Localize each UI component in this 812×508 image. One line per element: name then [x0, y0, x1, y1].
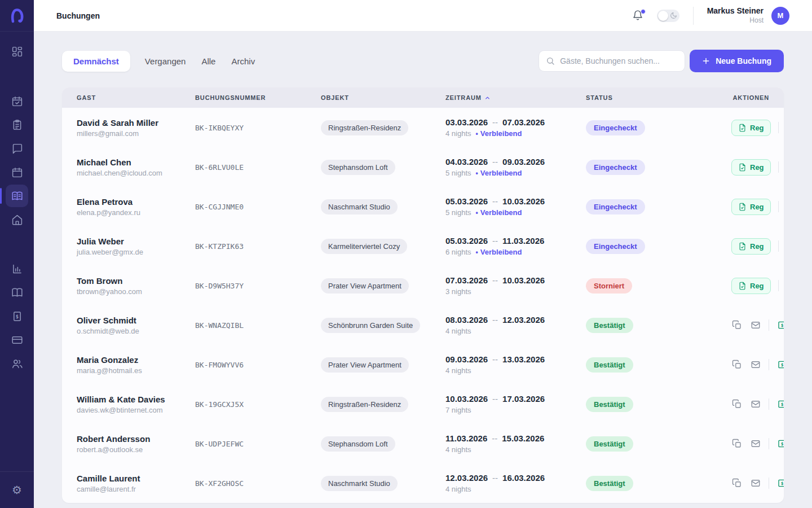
- app-logo[interactable]: [0, 0, 34, 32]
- dark-mode-toggle[interactable]: [657, 10, 679, 22]
- mail-button[interactable]: [750, 359, 761, 370]
- mail-button[interactable]: [750, 319, 761, 331]
- sidebar-item-properties[interactable]: [6, 208, 28, 231]
- sidebar-item-calendar[interactable]: [6, 161, 28, 183]
- date-separator: --: [492, 433, 497, 443]
- registration-button[interactable]: Reg: [731, 120, 771, 136]
- table-row[interactable]: Elena Petrova elena.p@yandex.ru BK-CGJJN…: [62, 187, 784, 226]
- filter-tabs: Demnächst Vergangen Alle Archiv: [62, 51, 256, 72]
- registration-button[interactable]: Reg: [731, 159, 771, 176]
- tab-vergangen[interactable]: Vergangen: [144, 51, 187, 72]
- status-cell: Bestätigt: [586, 397, 731, 412]
- invoice-button[interactable]: $: [776, 398, 784, 410]
- user-meta: Markus Steiner Host: [707, 6, 764, 25]
- sidebar-item-guests[interactable]: [6, 352, 28, 375]
- booking-number: BK-UDPJEFWC: [195, 440, 321, 448]
- remaining-label: Verbleibend: [480, 208, 522, 217]
- date-start: 08.03.2026: [445, 315, 488, 325]
- registration-button[interactable]: Reg: [731, 238, 771, 255]
- actions-cell: $: [731, 359, 784, 370]
- date-separator: --: [492, 394, 498, 404]
- tab-archiv[interactable]: Archiv: [230, 51, 256, 72]
- guest-name: Camille Laurent: [77, 474, 195, 483]
- table-row[interactable]: Maria Gonzalez maria.g@hotmail.es BK-FMO…: [62, 345, 784, 384]
- dates-cell: 05.03.2026--11.03.2026 6 nights •Verblei…: [445, 236, 586, 256]
- registration-button[interactable]: Reg: [731, 278, 771, 294]
- svg-text:$: $: [15, 313, 18, 319]
- tab-demnaechst[interactable]: Demnächst: [62, 51, 130, 72]
- remaining-indicator: •Verbleibend: [476, 208, 522, 217]
- table-row[interactable]: David & Sarah Miller millers@gmail.com B…: [62, 108, 784, 147]
- tab-alle[interactable]: Alle: [200, 51, 217, 72]
- invoice-button[interactable]: $: [776, 359, 784, 370]
- table-row[interactable]: Robert Andersson robert.a@outlook.se BK-…: [62, 424, 784, 463]
- date-end: 15.03.2026: [502, 433, 544, 443]
- copy-button[interactable]: [731, 319, 743, 331]
- status-cell: Eingecheckt: [586, 199, 731, 214]
- date-separator: --: [492, 236, 498, 246]
- settings-icon[interactable]: ⚙: [12, 484, 22, 496]
- table-row[interactable]: William & Kate Davies davies.wk@btintern…: [62, 384, 784, 424]
- sidebar-item-guidebook[interactable]: [6, 281, 28, 304]
- remaining-indicator: •Verbleibend: [476, 129, 522, 138]
- calendar-icon: [11, 167, 23, 178]
- date-start: 09.03.2026: [445, 354, 488, 364]
- actions-cell: $: [731, 398, 784, 410]
- date-start: 11.03.2026: [445, 433, 487, 443]
- invoice-button[interactable]: $: [776, 478, 784, 489]
- copy-button[interactable]: [731, 438, 743, 449]
- search-input[interactable]: [560, 56, 678, 65]
- table-row[interactable]: Oliver Schmidt o.schmidt@web.de BK-WNAZQ…: [62, 305, 784, 345]
- guest-cell: Camille Laurent camille@laurent.fr: [77, 474, 195, 493]
- table-row[interactable]: Camille Laurent camille@laurent.fr BK-XF…: [62, 463, 784, 503]
- sidebar-item-bookings[interactable]: [6, 185, 28, 207]
- copy-icon: [732, 360, 742, 370]
- sidebar-item-calendar-check[interactable]: [6, 90, 28, 112]
- sidebar-item-dashboard[interactable]: [6, 40, 28, 63]
- copy-icon: [732, 478, 742, 488]
- status-cell: Eingecheckt: [586, 120, 731, 135]
- actions-divider: [769, 359, 769, 370]
- bullet-icon: •: [476, 209, 478, 217]
- mail-button[interactable]: [750, 478, 761, 489]
- date-end: 13.03.2026: [502, 354, 545, 364]
- actions-divider: [778, 201, 779, 212]
- object-cell: Naschmarkt Studio: [321, 199, 445, 214]
- sidebar-item-tasks[interactable]: [6, 113, 28, 136]
- column-header-zeitraum[interactable]: ZEITRAUM: [445, 94, 586, 101]
- guest-cell: Elena Petrova elena.p@yandex.ru: [77, 197, 195, 217]
- table-row[interactable]: Michael Chen michael.chen@icloud.com BK-…: [62, 147, 784, 187]
- sidebar-item-analytics[interactable]: [6, 257, 28, 280]
- guest-email: davies.wk@btinternet.com: [77, 406, 195, 414]
- copy-button[interactable]: [731, 398, 743, 410]
- date-start: 04.03.2026: [445, 157, 488, 167]
- copy-button[interactable]: [731, 359, 743, 370]
- table-row[interactable]: Tom Brown tbrown@yahoo.com BK-D9W5H37Y P…: [62, 266, 784, 305]
- invoice-button[interactable]: $: [776, 438, 784, 449]
- guest-email: robert.a@outlook.se: [77, 445, 195, 454]
- avatar[interactable]: M: [771, 7, 789, 25]
- actions-cell: Reg $: [731, 120, 784, 136]
- mail-button[interactable]: [750, 438, 761, 449]
- date-end: 12.03.2026: [502, 315, 545, 325]
- mail-button[interactable]: [750, 398, 761, 410]
- notifications-button[interactable]: [632, 10, 645, 22]
- copy-button[interactable]: [731, 478, 743, 489]
- column-header-status: STATUS: [586, 94, 731, 101]
- status-badge: Eingecheckt: [586, 160, 645, 175]
- toggle-knob: [658, 11, 668, 21]
- sidebar-item-invoices[interactable]: $: [6, 305, 28, 327]
- registration-button[interactable]: Reg: [731, 199, 771, 215]
- status-badge: Bestätigt: [586, 436, 633, 452]
- sidebar-item-messages[interactable]: [6, 137, 28, 160]
- date-start: 10.03.2026: [445, 394, 488, 404]
- table-row[interactable]: Julia Weber julia.weber@gmx.de BK-KTZPIK…: [62, 226, 784, 266]
- invoice-button[interactable]: $: [776, 319, 784, 331]
- date-end: 10.03.2026: [502, 275, 545, 285]
- sidebar-item-payments[interactable]: [6, 329, 28, 351]
- date-separator: --: [492, 275, 498, 285]
- booking-number: BK-WNAZQIBL: [195, 321, 321, 330]
- new-booking-button[interactable]: Neue Buchung: [690, 50, 784, 72]
- toolbar: Demnächst Vergangen Alle Archiv Neue Buc…: [62, 50, 784, 72]
- nights-label: 7 nights: [445, 406, 471, 414]
